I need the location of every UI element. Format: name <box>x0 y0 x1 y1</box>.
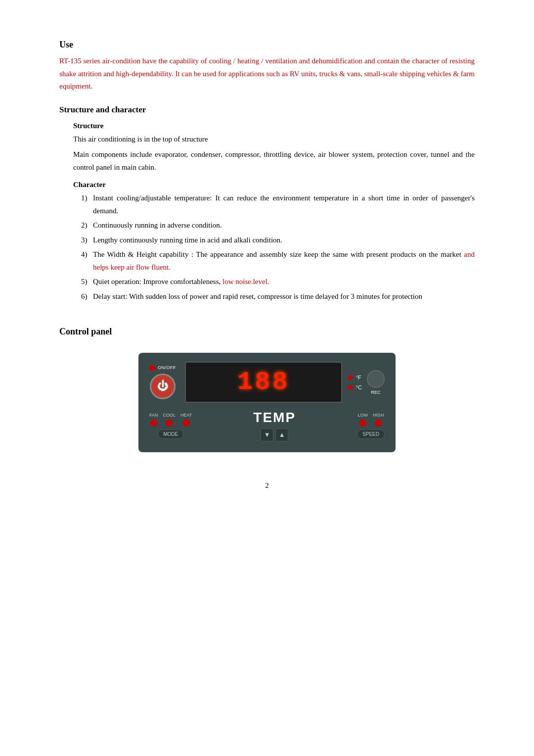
list-content: Continuously running in adverse conditio… <box>93 219 475 232</box>
power-icon: ⏻ <box>157 381 168 392</box>
fan-indicator <box>150 420 157 426</box>
low-indicator <box>359 420 366 426</box>
unit-area: °F °C <box>348 375 362 390</box>
control-panel-section: Control panel ON/OFF ⏻ 188 <box>59 327 475 452</box>
on-off-indicator <box>149 365 155 371</box>
low-label: LOW <box>358 413 368 418</box>
red-text: low noise.level. <box>222 278 269 285</box>
list-num: 1) <box>81 192 93 217</box>
cool-label: COOL <box>163 413 176 418</box>
structure-section: Structure and character Structure This a… <box>59 105 475 303</box>
character-label: Character <box>73 181 475 189</box>
temp-down-button[interactable]: ▼ <box>261 428 273 441</box>
celsius-label: °C <box>356 384 362 390</box>
control-panel-title: Control panel <box>59 327 475 337</box>
structure-label: Structure <box>73 122 475 130</box>
list-num: 4) <box>81 248 93 274</box>
heat-indicator <box>183 420 190 426</box>
on-off-area: ON/OFF ⏻ <box>149 365 176 399</box>
speed-button[interactable]: SPEED <box>357 429 385 439</box>
heat-btn[interactable]: HEAT <box>180 413 192 426</box>
list-num: 3) <box>81 234 93 247</box>
arrow-buttons: ▼ ▲ <box>261 428 288 441</box>
list-item: 2) Continuously running in adverse condi… <box>73 219 475 232</box>
red-text: and helps keep air flow fluent. <box>93 250 475 271</box>
control-panel: ON/OFF ⏻ 188 °F °C <box>138 353 396 452</box>
list-content: Delay start: With sudden loss of power a… <box>93 290 475 303</box>
power-button[interactable]: ⏻ <box>150 374 176 399</box>
indicator-row: FAN COOL HEAT <box>149 413 192 426</box>
use-title: Use <box>59 40 475 50</box>
speed-group: LOW HIGH SPEED <box>357 413 385 439</box>
low-btn[interactable]: LOW <box>358 413 368 426</box>
on-off-label: ON/OFF <box>158 365 176 370</box>
display-digits: 188 <box>237 368 290 397</box>
panel-top-row: ON/OFF ⏻ 188 °F °C <box>149 362 385 403</box>
high-indicator <box>375 420 382 426</box>
fahrenheit-label: °F <box>356 375 361 380</box>
list-num: 2) <box>81 219 93 232</box>
page-number: 2 <box>59 482 475 490</box>
list-content: Instant cooling/adjustable temperature: … <box>93 192 475 217</box>
fahrenheit-unit: °F <box>348 375 361 380</box>
rec-label: REC <box>371 390 380 395</box>
structure-p2: Main components include evaporator, cond… <box>73 148 475 174</box>
temp-group: TEMP ▼ ▲ <box>247 410 302 441</box>
mode-group: FAN COOL HEAT MODE <box>149 413 192 439</box>
structure-block: Structure This air conditioning is in th… <box>59 122 475 303</box>
cool-btn[interactable]: COOL <box>163 413 176 426</box>
high-btn[interactable]: HIGH <box>373 413 384 426</box>
panel-bottom-row: FAN COOL HEAT MODE <box>149 410 385 441</box>
use-section: Use RT-135 series air-condition have the… <box>59 40 475 93</box>
list-item: 6) Delay start: With sudden loss of powe… <box>73 290 475 303</box>
celsius-dot <box>348 385 353 390</box>
cool-indicator <box>166 420 173 426</box>
fan-btn[interactable]: FAN <box>149 413 158 426</box>
list-item: 3) Lengthy continuously running time in … <box>73 234 475 247</box>
high-label: HIGH <box>373 413 384 418</box>
temp-label: TEMP <box>253 410 296 425</box>
structure-section-title: Structure and character <box>59 105 475 115</box>
list-item: 1) Instant cooling/adjustable temperatur… <box>73 192 475 217</box>
mode-label-text: MODE <box>163 431 178 437</box>
structure-p1: This air conditioning is in the top of s… <box>73 133 475 146</box>
mode-button[interactable]: MODE <box>158 429 183 439</box>
celsius-unit: °C <box>348 384 362 390</box>
list-content: Quiet operation: Improve comfortableness… <box>93 276 475 288</box>
list-content: Lengthy continuously running time in aci… <box>93 234 475 247</box>
rec-button[interactable] <box>367 370 385 388</box>
list-content: The Width & Height capability : The appe… <box>93 248 475 274</box>
speed-label: SPEED <box>362 431 379 437</box>
fan-label: FAN <box>149 413 158 418</box>
list-num: 6) <box>81 290 93 303</box>
page-num-text: 2 <box>266 482 269 489</box>
list-item: 4) The Width & Height capability : The a… <box>73 248 475 274</box>
list-num: 5) <box>81 276 93 288</box>
heat-label: HEAT <box>180 413 192 418</box>
fahrenheit-dot <box>348 375 353 380</box>
rec-area: REC <box>367 370 385 395</box>
display-area: 188 <box>185 362 342 403</box>
speed-indicators: LOW HIGH <box>358 413 384 426</box>
use-intro: RT-135 series air-condition have the cap… <box>59 55 475 93</box>
list-item: 5) Quiet operation: Improve comfortablen… <box>73 276 475 288</box>
temp-up-button[interactable]: ▲ <box>275 428 288 441</box>
